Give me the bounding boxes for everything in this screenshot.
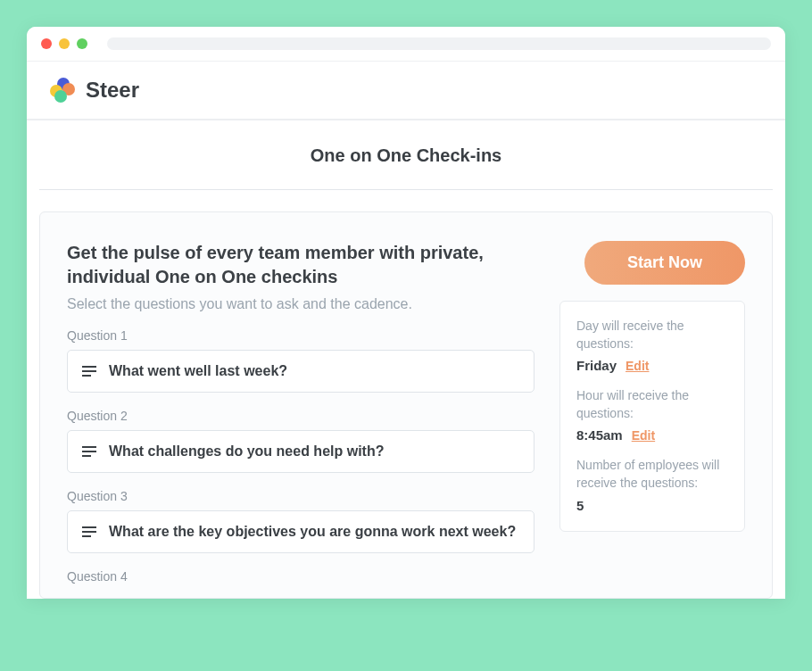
question-label: Question 4	[67, 569, 534, 584]
day-label: Day will receive the questions:	[576, 318, 728, 352]
app-window: Steer One on One Check-ins Get the pulse…	[27, 27, 785, 599]
question-text: What challenges do you need help with?	[109, 443, 384, 460]
card-heading: Get the pulse of every team member with …	[67, 241, 495, 289]
url-bar[interactable]	[107, 37, 771, 50]
title-bar	[27, 27, 785, 62]
text-lines-icon	[82, 526, 96, 537]
question-label: Question 2	[67, 409, 534, 423]
page-title: One on One Check-ins	[39, 120, 773, 190]
steer-logo-icon	[50, 78, 75, 103]
question-input-2[interactable]: What challenges do you need help with?	[67, 430, 534, 473]
window-controls	[41, 38, 87, 49]
edit-day-link[interactable]: Edit	[626, 359, 649, 373]
question-text: What went well last week?	[109, 363, 287, 379]
schedule-panel: Day will receive the questions: Friday E…	[559, 301, 745, 532]
day-value: Friday	[576, 358, 617, 373]
employees-label: Number of employees will receive the que…	[576, 457, 728, 492]
hour-label: Hour will receive the questions:	[576, 387, 728, 422]
app-header: Steer	[27, 62, 785, 120]
question-label: Question 1	[67, 328, 534, 343]
checkin-card: Get the pulse of every team member with …	[39, 211, 773, 599]
question-label: Question 3	[67, 489, 534, 503]
maximize-window-button[interactable]	[77, 38, 87, 49]
employees-value: 5	[576, 498, 584, 513]
edit-hour-link[interactable]: Edit	[632, 428, 655, 443]
text-lines-icon	[82, 446, 96, 457]
text-lines-icon	[82, 366, 96, 377]
question-input-1[interactable]: What went well last week?	[67, 350, 534, 393]
card-subheading: Select the questions you want to ask and…	[67, 296, 534, 312]
brand-name: Steer	[86, 78, 139, 103]
minimize-window-button[interactable]	[59, 38, 70, 49]
question-text: What are the key objectives you are gonn…	[109, 524, 516, 540]
close-window-button[interactable]	[41, 38, 52, 49]
hour-value: 8:45am	[576, 427, 623, 443]
start-now-button[interactable]: Start Now	[584, 241, 745, 285]
question-input-3[interactable]: What are the key objectives you are gonn…	[67, 510, 534, 553]
